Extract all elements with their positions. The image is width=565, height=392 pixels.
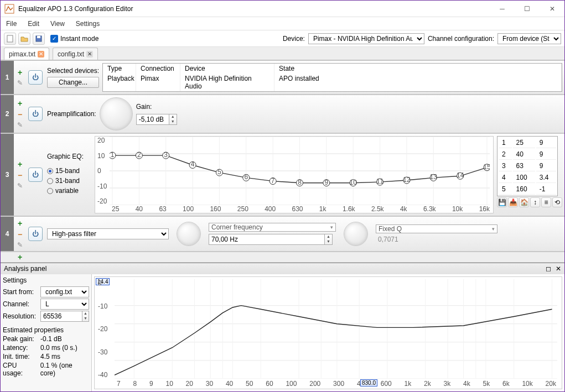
radio-variable[interactable]: variable (47, 187, 91, 195)
instant-mode-label: Instant mode (60, 35, 99, 43)
spin-down-icon[interactable]: ▼ (169, 119, 177, 124)
chevron-down-icon: ▾ (492, 226, 495, 232)
graphic-eq-label: Graphic EQ: (47, 153, 91, 160)
close-button[interactable]: ✕ (540, 1, 564, 17)
maximize-button[interactable]: ☐ (515, 1, 540, 17)
q-mode-select[interactable]: Fixed Q▾ (376, 224, 497, 233)
edit-button[interactable]: ✎ (17, 121, 23, 129)
dock-icon[interactable]: ◻ (546, 265, 551, 273)
close-icon[interactable]: ✕ (38, 51, 44, 58)
remove-button[interactable]: − (18, 171, 22, 180)
open-file-button[interactable] (18, 33, 30, 45)
gain-stepper[interactable]: ▲▼ (136, 114, 177, 125)
col-state: State (274, 64, 562, 74)
new-file-button[interactable] (4, 33, 16, 45)
power-toggle[interactable]: ⏻ (28, 227, 43, 241)
minimize-button[interactable]: ─ (490, 1, 515, 17)
save-icon[interactable]: 💾 (497, 197, 507, 207)
freq-knob[interactable] (177, 222, 201, 246)
power-toggle[interactable]: ⏻ (28, 107, 43, 121)
reset-icon[interactable]: ⟲ (552, 197, 562, 207)
app-icon (4, 3, 15, 14)
col-type: Type (103, 64, 136, 74)
add-button[interactable]: + (18, 253, 22, 262)
titlebar: Equalizer APO 1.3 Configuration Editor ─… (1, 1, 564, 17)
analysis-plot-area (115, 279, 557, 379)
remove-button[interactable]: − (18, 110, 22, 119)
eq-chart[interactable]: 20100-10-20 123456789101112131415 254063… (95, 136, 494, 213)
svg-text:15: 15 (483, 163, 490, 171)
init-label: Init. time: (3, 353, 38, 360)
menu-settings[interactable]: Settings (70, 20, 105, 28)
resolution-label: Resolution: (3, 312, 38, 320)
svg-text:8: 8 (298, 179, 302, 186)
device-table: Type Connection Device State Playback Pi… (102, 63, 562, 92)
power-toggle[interactable]: ⏻ (28, 70, 43, 85)
close-icon[interactable]: ✕ (86, 51, 93, 58)
eq-band-table[interactable]: 12592409363941003.45160-1 (497, 136, 558, 196)
channel-select[interactable]: L (40, 299, 89, 310)
menu-edit[interactable]: Edit (22, 20, 45, 28)
filter-type-select[interactable]: High-pass filter (47, 228, 169, 239)
block-number: 1 (1, 61, 14, 94)
save-file-button[interactable] (33, 33, 45, 45)
add-button[interactable]: + (18, 99, 22, 108)
gain-input[interactable] (136, 114, 169, 125)
add-button[interactable]: + (18, 219, 22, 228)
channel-config-select[interactable]: From device (Stereo) (497, 33, 561, 44)
spin-up-icon[interactable]: ▲ (82, 311, 89, 316)
svg-text:3: 3 (164, 151, 168, 159)
resolution-stepper[interactable]: ▲▼ (40, 311, 89, 322)
device-select[interactable]: Pimax - NVIDIA High Definition Audio (308, 33, 424, 44)
corner-freq-input[interactable] (209, 234, 325, 245)
block-device: 1 + ✎ ⏻ Selected devices: Change... Type… (1, 60, 564, 95)
instant-mode-checkbox[interactable]: ✓ (50, 35, 58, 43)
spin-down-icon[interactable]: ▼ (82, 316, 89, 321)
edit-button[interactable]: ✎ (17, 79, 23, 87)
corner-freq-select[interactable]: Corner frequency▾ (209, 223, 336, 232)
spin-up-icon[interactable]: ▲ (325, 234, 332, 239)
est-heading: Estimated properties (3, 326, 89, 334)
radio-15band[interactable]: 15-band (47, 167, 91, 175)
change-devices-button[interactable]: Change... (47, 77, 99, 88)
tab-config[interactable]: config.txt ✕ (53, 48, 98, 60)
edit-button[interactable]: ✎ (17, 241, 23, 249)
block-number: 3 (1, 134, 14, 216)
home-icon[interactable]: 🏠 (519, 197, 529, 207)
q-knob[interactable] (344, 222, 368, 246)
radio-icon (47, 168, 53, 174)
eq-table-toolbar: 💾 📥 🏠 ↕ ≡ ⟲ (497, 197, 562, 207)
spin-up-icon[interactable]: ▲ (169, 114, 177, 119)
edit-button[interactable]: ✎ (17, 182, 23, 190)
start-from-select[interactable]: config.txt (40, 286, 89, 297)
spin-down-icon[interactable]: ▼ (325, 239, 332, 244)
close-panel-icon[interactable]: ✕ (556, 265, 561, 273)
device-row[interactable]: Playback Pimax NVIDIA High Definition Au… (103, 74, 562, 91)
svg-text:14: 14 (457, 171, 464, 179)
chevron-down-icon: ▾ (330, 224, 333, 230)
menu-file[interactable]: File (1, 20, 22, 28)
add-button[interactable]: + (18, 68, 22, 77)
analysis-chart[interactable]: 14.4 0-10-20-30-40 789102030405060100200… (94, 276, 562, 389)
eq-y-axis: 20100-10-20 (97, 137, 107, 205)
svg-text:1: 1 (111, 151, 115, 159)
svg-text:9: 9 (325, 179, 329, 186)
remove-button[interactable]: − (18, 230, 22, 239)
peak-value: -0.1 dB (40, 335, 62, 343)
add-button[interactable]: + (18, 160, 22, 169)
block-number: 4 (1, 217, 14, 251)
svg-text:10: 10 (350, 179, 357, 186)
power-toggle[interactable]: ⏻ (28, 168, 43, 182)
menu-view[interactable]: View (45, 20, 70, 28)
gain-knob[interactable] (100, 97, 133, 130)
preamp-label: Preamplification: (47, 110, 96, 118)
corner-freq-stepper[interactable]: ▲▼ (209, 234, 336, 245)
col-connection: Connection (136, 64, 180, 74)
import-icon[interactable]: 📥 (508, 197, 518, 207)
radio-31band[interactable]: 31-band (47, 177, 91, 185)
resolution-input[interactable] (40, 311, 82, 322)
tab-pimax[interactable]: pimax.txt ✕ (4, 48, 49, 60)
normalize-icon[interactable]: ≡ (541, 197, 551, 207)
svg-text:4: 4 (191, 160, 195, 168)
invert-icon[interactable]: ↕ (530, 197, 540, 207)
